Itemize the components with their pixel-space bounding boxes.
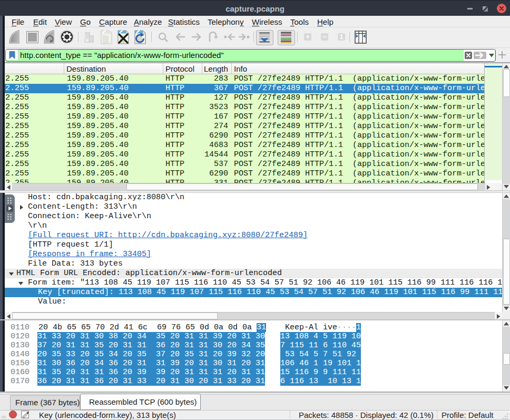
svg-text:0101: 0101 xyxy=(103,42,109,44)
